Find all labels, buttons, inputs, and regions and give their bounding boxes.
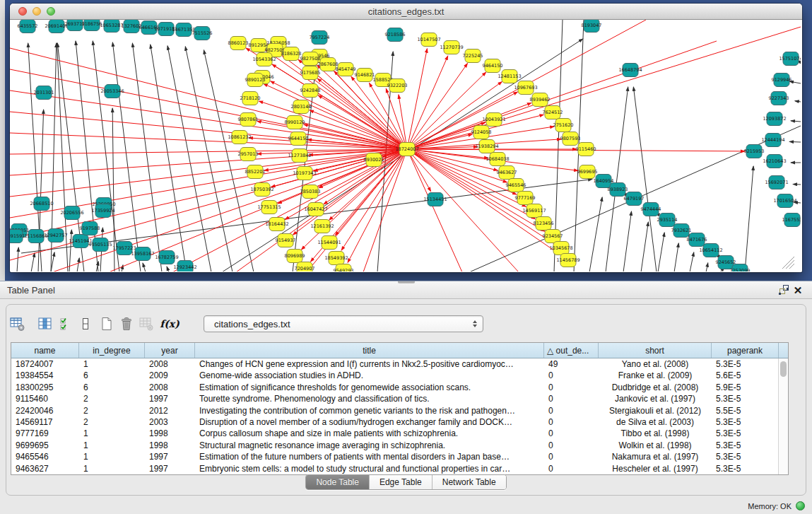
network-edge[interactable]: [264, 83, 407, 149]
network-node[interactable]: 9465546: [506, 179, 526, 192]
column-header-out_degree[interactable]: △ out_de...: [544, 343, 599, 358]
network-node[interactable]: 10967693: [514, 81, 537, 95]
network-svg[interactable]: 1872400788601238912954182260589827509818…: [10, 20, 801, 271]
network-node[interactable]: 7850383: [300, 185, 321, 199]
network-edge[interactable]: [369, 83, 407, 149]
network-node[interactable]: 18750392: [250, 183, 273, 197]
network-node[interactable]: 9807593: [560, 132, 581, 146]
network-node[interactable]: 7624512: [543, 106, 563, 119]
network-node[interactable]: 9197588: [80, 222, 100, 235]
network-node[interactable]: 9234567: [543, 230, 563, 243]
network-node[interactable]: 12923442: [173, 261, 196, 272]
network-node[interactable]: 6435572: [18, 20, 38, 33]
network-node[interactable]: 9242848: [300, 84, 321, 98]
network-node[interactable]: 10684038: [486, 153, 509, 166]
network-canvas[interactable]: 1872400788601238912954182260589827509818…: [10, 20, 802, 271]
table-row[interactable]: 1872400712008Changes of HCN gene express…: [11, 358, 788, 370]
network-edge[interactable]: [77, 258, 79, 271]
close-panel-button[interactable]: ✕: [791, 284, 805, 296]
network-node[interactable]: 8123456: [534, 217, 554, 230]
network-node[interactable]: 2751620: [553, 119, 574, 132]
row-view-button[interactable]: [76, 315, 95, 333]
network-window[interactable]: citations_edges.txt 18724007886012389129…: [10, 4, 802, 272]
network-edge[interactable]: [793, 184, 801, 185]
network-node[interactable]: 9227343: [769, 92, 789, 105]
network-node[interactable]: 12444194: [761, 134, 784, 147]
table-row[interactable]: 946362711997Embryonic stem cells: a mode…: [11, 463, 788, 474]
network-node[interactable]: 11938294: [475, 140, 498, 153]
network-node[interactable]: 18549392: [324, 252, 348, 265]
network-node[interactable]: 8186328: [281, 47, 302, 61]
minimize-button[interactable]: [33, 7, 41, 16]
network-node[interactable]: 9322203: [387, 79, 408, 93]
network-node[interactable]: 10043921: [482, 113, 505, 127]
network-edge[interactable]: [641, 222, 648, 271]
network-node[interactable]: 7957224: [310, 31, 330, 45]
network-edge[interactable]: [706, 263, 708, 271]
column-visibility-button[interactable]: [36, 315, 54, 333]
network-node[interactable]: 7515526: [192, 27, 213, 40]
network-node[interactable]: 9154937: [276, 234, 296, 247]
float-panel-button[interactable]: [777, 284, 791, 296]
column-header-title[interactable]: title: [195, 343, 544, 358]
network-node[interactable]: 9129946: [772, 74, 792, 87]
network-node[interactable]: 8990120: [285, 116, 305, 129]
column-header-short[interactable]: short: [599, 343, 712, 358]
network-edge[interactable]: [674, 243, 678, 271]
network-node[interactable]: 6479197: [624, 192, 645, 206]
memory-indicator[interactable]: [796, 501, 805, 510]
table-row[interactable]: 1938455462009Genome-wide association stu…: [11, 370, 788, 381]
network-node[interactable]: 8096989: [285, 250, 305, 263]
network-node[interactable]: 9146821: [355, 69, 375, 82]
new-document-button[interactable]: [98, 315, 116, 333]
network-edge[interactable]: [122, 265, 123, 271]
network-node[interactable]: 9115460: [576, 143, 596, 156]
network-node[interactable]: 9464150: [483, 59, 503, 73]
network-edge[interactable]: [589, 197, 602, 271]
network-node[interactable]: 11544091: [317, 236, 341, 250]
resize-grip[interactable]: [782, 257, 794, 269]
network-edge[interactable]: [407, 56, 448, 149]
network-edge[interactable]: [745, 166, 753, 271]
network-edge[interactable]: [658, 233, 664, 271]
network-edge[interactable]: [17, 247, 18, 271]
network-edge[interactable]: [407, 149, 545, 231]
network-node[interactable]: 10147507: [417, 33, 440, 47]
close-button[interactable]: [18, 7, 27, 16]
table-panel-header[interactable]: Table Panel ✕: [0, 281, 812, 299]
zoom-button[interactable]: [47, 7, 55, 16]
table-selector[interactable]: citations_edges.txt: [204, 315, 483, 332]
network-node[interactable]: 10653287: [100, 20, 123, 33]
network-edge[interactable]: [31, 253, 35, 271]
table-row[interactable]: 1830029562008Estimation of significance …: [11, 382, 788, 393]
network-node[interactable]: 11456789: [556, 254, 579, 267]
tab-node-table[interactable]: Node Table: [306, 475, 370, 489]
column-header-year[interactable]: year: [145, 343, 195, 358]
network-node[interactable]: 16648794: [618, 64, 642, 77]
network-node[interactable]: 9124058: [471, 126, 492, 139]
network-edge[interactable]: [10, 69, 407, 149]
network-node[interactable]: 1167553: [782, 214, 801, 227]
network-edge[interactable]: [791, 121, 801, 122]
table-vertical-scrollbar[interactable]: [778, 358, 788, 474]
network-edge[interactable]: [69, 230, 71, 271]
import-table-button[interactable]: [137, 315, 155, 333]
network-node[interactable]: 2718120: [240, 92, 261, 105]
network-edge[interactable]: [407, 27, 801, 149]
network-node[interactable]: 11270739: [440, 41, 463, 54]
network-node[interactable]: 14569117: [522, 204, 546, 218]
network-edge[interactable]: [407, 149, 462, 271]
network-node[interactable]: 8193047: [582, 20, 602, 33]
delete-button[interactable]: [117, 315, 136, 333]
network-node[interactable]: 9215953: [744, 145, 765, 158]
column-header-in_degree[interactable]: in_degree: [79, 343, 145, 358]
network-node[interactable]: 17016504: [773, 194, 796, 208]
network-node[interactable]: 9890123: [245, 74, 266, 87]
network-node[interactable]: 7225245: [463, 49, 483, 63]
scrollbar-thumb[interactable]: [780, 361, 787, 377]
network-edge[interactable]: [407, 41, 717, 149]
network-node[interactable]: 9549293: [334, 264, 354, 272]
network-node[interactable]: 9474444: [641, 203, 661, 216]
table-row[interactable]: 977716911998Corpus callosum shape and si…: [11, 428, 788, 439]
network-edge[interactable]: [795, 101, 801, 102]
